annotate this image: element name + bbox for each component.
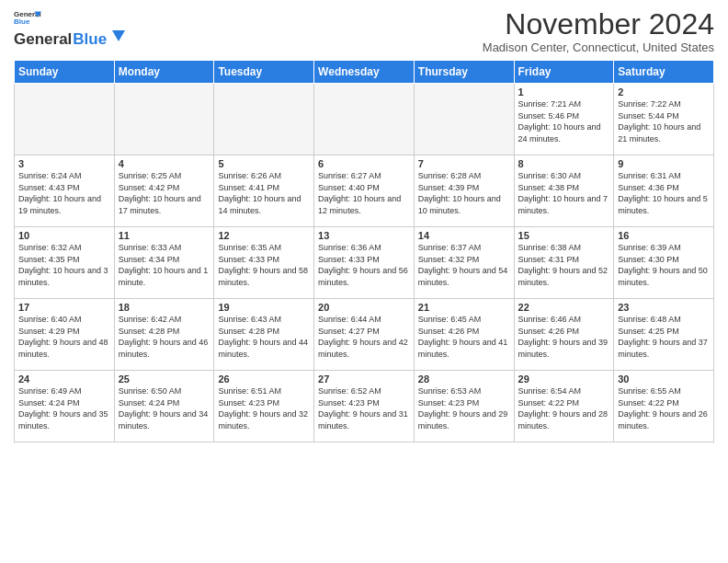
day-info: Sunrise: 6:38 AM Sunset: 4:31 PM Dayligh… (518, 242, 610, 288)
day-info: Sunrise: 6:54 AM Sunset: 4:22 PM Dayligh… (518, 385, 610, 431)
calendar-cell: 7Sunrise: 6:28 AM Sunset: 4:39 PM Daylig… (414, 155, 514, 227)
calendar-cell: 17Sunrise: 6:40 AM Sunset: 4:29 PM Dayli… (15, 299, 115, 371)
logo-icon: General Blue (14, 9, 41, 26)
day-info: Sunrise: 7:22 AM Sunset: 5:44 PM Dayligh… (618, 98, 710, 144)
day-number: 10 (18, 230, 110, 241)
calendar-cell: 18Sunrise: 6:42 AM Sunset: 4:28 PM Dayli… (114, 299, 214, 371)
calendar-cell (114, 84, 214, 155)
day-number: 3 (18, 158, 110, 169)
day-number: 8 (518, 158, 610, 169)
calendar-cell: 25Sunrise: 6:50 AM Sunset: 4:24 PM Dayli… (114, 371, 214, 442)
day-info: Sunrise: 6:24 AM Sunset: 4:43 PM Dayligh… (18, 170, 110, 216)
calendar-cell: 12Sunrise: 6:35 AM Sunset: 4:33 PM Dayli… (214, 227, 314, 299)
calendar-week-row: 1Sunrise: 7:21 AM Sunset: 5:46 PM Daylig… (15, 84, 714, 155)
day-number: 26 (218, 373, 310, 385)
day-number: 17 (18, 302, 110, 313)
page: General Blue General Blue November 2024 … (0, 0, 728, 450)
day-info: Sunrise: 6:33 AM Sunset: 4:34 PM Dayligh… (119, 242, 210, 288)
day-number: 1 (518, 86, 610, 98)
calendar-day-header: Monday (114, 61, 214, 84)
day-info: Sunrise: 6:45 AM Sunset: 4:26 PM Dayligh… (418, 314, 510, 360)
calendar-day-header: Sunday (15, 61, 115, 84)
calendar-cell: 9Sunrise: 6:31 AM Sunset: 4:36 PM Daylig… (614, 155, 714, 227)
day-info: Sunrise: 6:26 AM Sunset: 4:41 PM Dayligh… (218, 170, 310, 216)
day-info: Sunrise: 6:53 AM Sunset: 4:23 PM Dayligh… (418, 385, 510, 431)
day-number: 12 (218, 230, 310, 241)
calendar-cell: 22Sunrise: 6:46 AM Sunset: 4:26 PM Dayli… (514, 299, 614, 371)
calendar-day-header: Friday (514, 61, 614, 84)
day-info: Sunrise: 6:30 AM Sunset: 4:38 PM Dayligh… (518, 170, 610, 216)
day-info: Sunrise: 6:39 AM Sunset: 4:30 PM Dayligh… (618, 242, 710, 288)
day-number: 13 (318, 230, 410, 241)
calendar-cell: 10Sunrise: 6:32 AM Sunset: 4:35 PM Dayli… (15, 227, 115, 299)
calendar-table: SundayMondayTuesdayWednesdayThursdayFrid… (14, 60, 714, 442)
logo-blue: Blue (73, 30, 107, 49)
day-number: 18 (119, 302, 210, 313)
day-number: 24 (18, 373, 110, 385)
month-title: November 2024 (483, 9, 714, 39)
calendar-cell: 3Sunrise: 6:24 AM Sunset: 4:43 PM Daylig… (15, 155, 115, 227)
day-number: 4 (119, 158, 210, 169)
calendar-cell: 14Sunrise: 6:37 AM Sunset: 4:32 PM Dayli… (414, 227, 514, 299)
day-number: 9 (618, 158, 710, 169)
calendar-cell: 19Sunrise: 6:43 AM Sunset: 4:28 PM Dayli… (214, 299, 314, 371)
day-info: Sunrise: 6:51 AM Sunset: 4:23 PM Dayligh… (218, 385, 310, 431)
calendar-cell: 5Sunrise: 6:26 AM Sunset: 4:41 PM Daylig… (214, 155, 314, 227)
calendar-cell: 30Sunrise: 6:55 AM Sunset: 4:22 PM Dayli… (614, 371, 714, 442)
day-number: 16 (618, 230, 710, 241)
calendar-cell: 8Sunrise: 6:30 AM Sunset: 4:38 PM Daylig… (514, 155, 614, 227)
calendar-cell: 26Sunrise: 6:51 AM Sunset: 4:23 PM Dayli… (214, 371, 314, 442)
calendar-cell: 4Sunrise: 6:25 AM Sunset: 4:42 PM Daylig… (114, 155, 214, 227)
day-info: Sunrise: 6:43 AM Sunset: 4:28 PM Dayligh… (218, 314, 310, 360)
day-number: 2 (618, 86, 710, 98)
day-info: Sunrise: 6:31 AM Sunset: 4:36 PM Dayligh… (618, 170, 710, 216)
day-number: 22 (518, 302, 610, 313)
logo-triangle-icon (108, 28, 125, 44)
day-number: 23 (618, 302, 710, 313)
calendar-day-header: Saturday (614, 61, 714, 84)
day-number: 7 (418, 158, 510, 169)
calendar-cell: 29Sunrise: 6:54 AM Sunset: 4:22 PM Dayli… (514, 371, 614, 442)
calendar-week-row: 17Sunrise: 6:40 AM Sunset: 4:29 PM Dayli… (15, 299, 714, 371)
calendar-cell (214, 84, 314, 155)
day-number: 20 (318, 302, 410, 313)
day-info: Sunrise: 7:21 AM Sunset: 5:46 PM Dayligh… (518, 98, 610, 144)
calendar-cell: 6Sunrise: 6:27 AM Sunset: 4:40 PM Daylig… (314, 155, 415, 227)
day-info: Sunrise: 6:50 AM Sunset: 4:24 PM Dayligh… (119, 385, 210, 431)
calendar-cell: 2Sunrise: 7:22 AM Sunset: 5:44 PM Daylig… (614, 84, 714, 155)
calendar-header-row: SundayMondayTuesdayWednesdayThursdayFrid… (15, 61, 714, 84)
title-area: November 2024 Madison Center, Connecticu… (483, 9, 714, 54)
location-title: Madison Center, Connecticut, United Stat… (483, 40, 714, 54)
day-number: 21 (418, 302, 510, 313)
calendar-day-header: Tuesday (214, 61, 314, 84)
day-number: 29 (518, 373, 610, 385)
day-info: Sunrise: 6:28 AM Sunset: 4:39 PM Dayligh… (418, 170, 510, 216)
calendar-cell: 20Sunrise: 6:44 AM Sunset: 4:27 PM Dayli… (314, 299, 415, 371)
day-number: 30 (618, 373, 710, 385)
header: General Blue General Blue November 2024 … (14, 9, 714, 54)
day-info: Sunrise: 6:32 AM Sunset: 4:35 PM Dayligh… (18, 242, 110, 288)
day-info: Sunrise: 6:25 AM Sunset: 4:42 PM Dayligh… (119, 170, 210, 216)
day-info: Sunrise: 6:46 AM Sunset: 4:26 PM Dayligh… (518, 314, 610, 360)
calendar-cell: 15Sunrise: 6:38 AM Sunset: 4:31 PM Dayli… (514, 227, 614, 299)
day-info: Sunrise: 6:37 AM Sunset: 4:32 PM Dayligh… (418, 242, 510, 288)
calendar-week-row: 3Sunrise: 6:24 AM Sunset: 4:43 PM Daylig… (15, 155, 714, 227)
day-info: Sunrise: 6:48 AM Sunset: 4:25 PM Dayligh… (618, 314, 710, 360)
day-number: 11 (119, 230, 210, 241)
day-number: 5 (218, 158, 310, 169)
calendar-cell: 1Sunrise: 7:21 AM Sunset: 5:46 PM Daylig… (514, 84, 614, 155)
calendar-cell: 13Sunrise: 6:36 AM Sunset: 4:33 PM Dayli… (314, 227, 415, 299)
calendar-cell (314, 84, 415, 155)
calendar-cell: 28Sunrise: 6:53 AM Sunset: 4:23 PM Dayli… (414, 371, 514, 442)
calendar-cell: 24Sunrise: 6:49 AM Sunset: 4:24 PM Dayli… (15, 371, 115, 442)
calendar-cell (15, 84, 115, 155)
day-info: Sunrise: 6:36 AM Sunset: 4:33 PM Dayligh… (318, 242, 410, 288)
calendar-cell (414, 84, 514, 155)
day-info: Sunrise: 6:42 AM Sunset: 4:28 PM Dayligh… (119, 314, 210, 360)
svg-marker-3 (112, 30, 125, 41)
day-number: 6 (318, 158, 410, 169)
calendar-day-header: Thursday (414, 61, 514, 84)
day-info: Sunrise: 6:44 AM Sunset: 4:27 PM Dayligh… (318, 314, 410, 360)
day-info: Sunrise: 6:27 AM Sunset: 4:40 PM Dayligh… (318, 170, 410, 216)
day-number: 15 (518, 230, 610, 241)
